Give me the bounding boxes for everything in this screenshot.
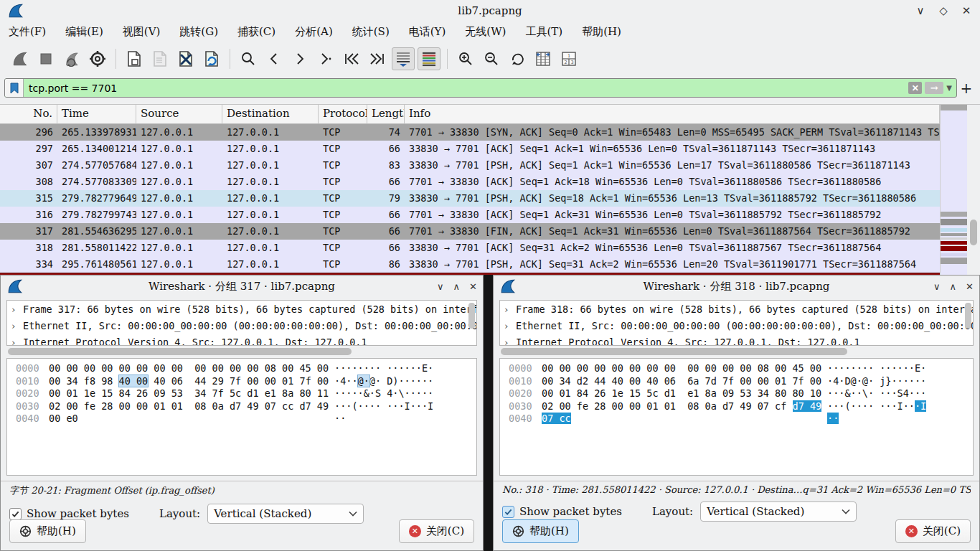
previous-packet-icon[interactable]	[263, 47, 286, 70]
protocol-tree-item[interactable]: ›Internet Protocol Version 4, Src: 127.0…	[11, 334, 476, 346]
packet-list-scrollbar[interactable]	[967, 105, 980, 275]
filter-add-button[interactable]: +	[957, 80, 976, 97]
packet-row-296[interactable]: 296265.133978931127.0.0.1127.0.0.1TCP747…	[0, 124, 940, 141]
column-header-info[interactable]: Info	[405, 105, 940, 123]
intelligent-scrollbar-minimap[interactable]	[940, 105, 967, 275]
menu-item[interactable]: 工具(T)	[525, 25, 562, 39]
resize-columns-icon[interactable]	[532, 47, 555, 70]
hex-line[interactable]: 002000 01 84 26 1e 15 5c d1 e1 8a 09 53 …	[509, 387, 973, 400]
zoom-reset-icon[interactable]	[506, 47, 529, 70]
hscrollbar-thumb[interactable]	[8, 348, 352, 355]
layout-switch-icon[interactable]: 123	[557, 47, 580, 70]
column-header-destination[interactable]: Destination	[222, 105, 319, 123]
find-packet-icon[interactable]	[237, 47, 260, 70]
scrollbar-thumb[interactable]	[970, 220, 977, 245]
packet-row-315[interactable]: 315279.782779649127.0.0.1127.0.0.1TCP793…	[0, 190, 940, 207]
menu-item[interactable]: 编辑(E)	[65, 25, 103, 39]
close-button[interactable]: ✕ 关闭(C)	[399, 519, 474, 543]
maximize-icon[interactable]: ◇	[937, 4, 950, 17]
tree-scrollbar-thumb[interactable]	[965, 303, 971, 329]
packet-row-318[interactable]: 318281.558011422127.0.0.1127.0.0.1TCP663…	[0, 240, 940, 256]
hex-line[interactable]: 003002 00 fe 28 00 00 01 01 08 0a d7 49 …	[16, 400, 476, 413]
bookmark-icon[interactable]	[5, 79, 24, 97]
packet-row-316[interactable]: 316279.782799743127.0.0.1127.0.0.1TCP667…	[0, 207, 940, 223]
go-to-packet-icon[interactable]	[314, 47, 337, 70]
packet-row-334[interactable]: 334295.761480561127.0.0.1127.0.0.1TCP863…	[0, 256, 940, 273]
close-button[interactable]: ✕ 关闭(C)	[895, 519, 971, 543]
zoom-out-icon[interactable]	[480, 47, 503, 70]
zoom-in-icon[interactable]	[454, 47, 477, 70]
first-packet-icon[interactable]	[340, 47, 363, 70]
show-packet-bytes-checkbox[interactable]	[502, 506, 514, 518]
packet-row-308[interactable]: 308274.577083309127.0.0.1127.0.0.1TCP667…	[0, 174, 940, 190]
hex-line[interactable]: 001000 34 f8 98 40 00 40 06 44 29 7f 00 …	[16, 375, 476, 388]
column-header-source[interactable]: Source	[136, 105, 222, 123]
hex-line[interactable]: 001000 34 d2 44 40 00 40 06 6a 7d 7f 00 …	[509, 375, 973, 388]
filter-apply-icon[interactable]: →	[925, 82, 943, 94]
show-packet-bytes-checkbox[interactable]	[9, 508, 22, 520]
expander-icon: ›	[504, 318, 516, 334]
file-open-icon[interactable]	[123, 47, 146, 70]
menu-item[interactable]: 帮助(H)	[582, 25, 621, 39]
hex-line[interactable]: 000000 00 00 00 00 00 00 00 00 00 00 00 …	[16, 362, 476, 375]
hex-line[interactable]: 002000 01 1e 15 84 26 09 53 34 7f 5c d1 …	[16, 387, 476, 400]
column-header-protocol[interactable]: Protocol	[319, 105, 367, 123]
display-filter-input[interactable]: tcp.port == 7701 ✕ → ▼	[4, 78, 957, 98]
colorize-icon[interactable]	[418, 47, 440, 70]
dialog-close-icon[interactable]: ✕	[966, 281, 974, 292]
menu-item[interactable]: 捕获(C)	[237, 25, 275, 39]
protocol-tree-item[interactable]: ›Frame 318: 66 bytes on wire (528 bits),…	[504, 301, 973, 318]
capture-options-icon[interactable]	[86, 47, 109, 70]
file-save-icon[interactable]	[149, 47, 171, 70]
protocol-tree-item[interactable]: ›Frame 317: 66 bytes on wire (528 bits),…	[11, 301, 476, 318]
dialog-close-icon[interactable]: ✕	[469, 281, 477, 292]
dialog-shade-icon[interactable]: ∨	[933, 281, 941, 292]
auto-scroll-icon[interactable]	[392, 47, 415, 70]
tree-hscrollbar[interactable]	[6, 347, 477, 357]
close-icon[interactable]: ✕	[960, 4, 973, 17]
hex-line[interactable]: 004000 e0··	[16, 413, 476, 425]
packet-row-297[interactable]: 297265.134001214127.0.0.1127.0.0.1TCP663…	[0, 141, 940, 157]
dialog-unshade-icon[interactable]: ∧	[950, 281, 957, 292]
menu-item[interactable]: 跳转(G)	[179, 25, 218, 39]
menu-item[interactable]: 电话(Y)	[409, 25, 446, 39]
menu-item[interactable]: 视图(V)	[123, 25, 161, 39]
show-packet-bytes-label[interactable]: Show packet bytes	[519, 505, 622, 518]
tree-hscrollbar[interactable]	[499, 347, 974, 357]
hex-line[interactable]: 003002 00 fe 28 00 00 01 01 08 0a d7 49 …	[509, 400, 973, 413]
file-close-icon[interactable]	[174, 47, 197, 70]
menu-item[interactable]: 无线(W)	[465, 25, 506, 39]
menu-item[interactable]: 分析(A)	[295, 25, 333, 39]
help-button[interactable]: 帮助(H)	[9, 519, 86, 543]
last-packet-icon[interactable]	[366, 47, 389, 70]
menu-item[interactable]: 文件(F)	[9, 25, 46, 39]
minimize-icon[interactable]: ∨	[914, 4, 927, 17]
dialog-unshade-icon[interactable]: ∧	[453, 281, 461, 292]
protocol-tree-item[interactable]: ›Ethernet II, Src: 00:00:00_00:00:00 (00…	[504, 318, 973, 334]
column-header-time[interactable]: Time	[57, 105, 136, 123]
help-button[interactable]: 帮助(H)	[502, 519, 579, 543]
column-header-no[interactable]: No.	[0, 105, 57, 123]
show-packet-bytes-label[interactable]: Show packet bytes	[27, 507, 129, 520]
packet-row-307[interactable]: 307274.577057684127.0.0.1127.0.0.1TCP833…	[0, 157, 940, 174]
hex-line[interactable]: 004007 cc··	[509, 413, 973, 425]
column-header-length[interactable]: Length	[367, 105, 405, 123]
separator	[494, 481, 979, 481]
filter-dropdown-caret-icon[interactable]: ▼	[946, 84, 952, 92]
next-packet-icon[interactable]	[288, 47, 311, 70]
tree-scrollbar-thumb[interactable]	[468, 303, 475, 329]
filter-clear-icon[interactable]: ✕	[908, 82, 922, 94]
packet-row-317[interactable]: 317281.554636295127.0.0.1127.0.0.1TCP667…	[0, 223, 940, 240]
hex-line[interactable]: 000000 00 00 00 00 00 00 00 00 00 00 00 …	[509, 362, 973, 375]
file-reload-icon[interactable]	[200, 47, 223, 70]
dialog-shade-icon[interactable]: ∨	[437, 281, 444, 292]
layout-select[interactable]: Vertical (Stacked)	[700, 501, 857, 522]
menu-item[interactable]: 统计(S)	[352, 25, 390, 39]
capture-start-icon[interactable]	[9, 47, 32, 70]
filter-text[interactable]: tcp.port == 7701	[24, 83, 908, 94]
hscrollbar-thumb[interactable]	[501, 348, 847, 355]
protocol-tree-item[interactable]: ›Internet Protocol Version 4, Src: 127.0…	[504, 334, 973, 346]
protocol-tree-item[interactable]: ›Ethernet II, Src: 00:00:00_00:00:00 (00…	[11, 318, 476, 334]
capture-stop-icon[interactable]	[34, 47, 57, 70]
capture-restart-icon[interactable]	[60, 47, 83, 70]
